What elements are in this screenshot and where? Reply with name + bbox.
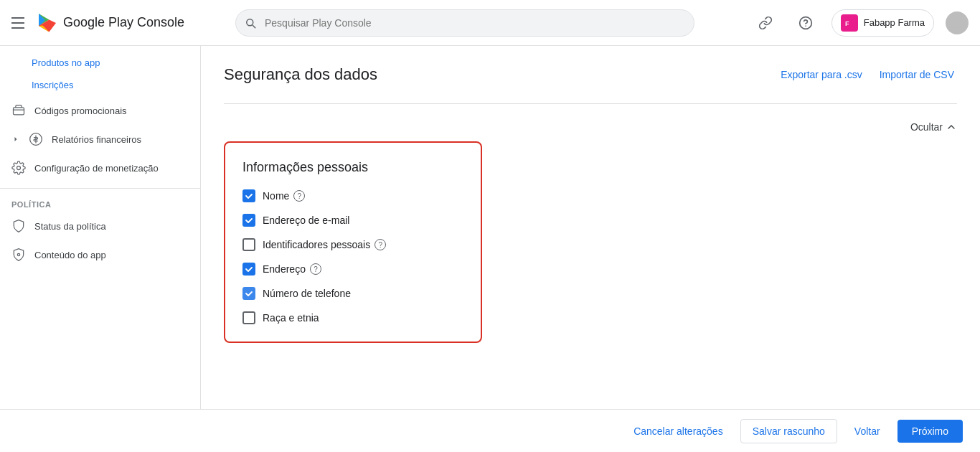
- bottom-bar: Cancelar alterações Salvar rascunho Volt…: [0, 409, 980, 452]
- sidebar-item-configuracao-monetizacao[interactable]: Configuração de monetização: [0, 154, 194, 182]
- label-email: Endereço de e-mail: [263, 215, 349, 226]
- logo: Google Play Console: [36, 11, 184, 34]
- search-icon: [244, 17, 257, 29]
- content-header: Segurança dos dados Exportar para .csv I…: [224, 63, 957, 86]
- checkbox-row-telefone: Número de telefone: [242, 287, 463, 300]
- app-logo: F: [841, 14, 858, 32]
- checkbox-row-raca-etnia: Raça e etnia: [242, 311, 463, 324]
- checkbox-row-identificadores: Identificadores pessoais ?: [242, 238, 463, 251]
- checkbox-raca-etnia[interactable]: [242, 311, 255, 324]
- help-icon: [798, 16, 813, 30]
- export-button[interactable]: Exportar para .csv: [778, 63, 865, 86]
- checkbox-telefone[interactable]: [242, 287, 255, 300]
- page-title: Segurança dos dados: [224, 65, 377, 84]
- card-title: Informações pessoais: [242, 160, 463, 175]
- sidebar-item-conteudo-do-app[interactable]: Conteúdo do app: [0, 240, 194, 269]
- ocultar-button[interactable]: Ocultar: [910, 121, 957, 133]
- gear-icon: [11, 161, 26, 175]
- header-actions: Exportar para .csv Importar de CSV: [778, 63, 957, 86]
- shield-icon: [11, 219, 26, 233]
- informacoes-pessoais-card: Informações pessoais Nome ? Endereço de …: [224, 141, 482, 343]
- shield-alt-icon: [11, 248, 26, 262]
- help-nome-icon[interactable]: ?: [293, 190, 305, 202]
- svg-point-9: [17, 253, 19, 255]
- svg-text:F: F: [845, 20, 849, 27]
- checkbox-row-nome: Nome ?: [242, 189, 463, 202]
- play-store-icon: [36, 11, 59, 34]
- tag-icon: [11, 103, 26, 118]
- sidebar-item-codigos-promocionais[interactable]: Códigos promocionais: [0, 96, 194, 125]
- link-icon-button[interactable]: [751, 9, 780, 37]
- help-icon-button[interactable]: [791, 9, 820, 37]
- sidebar-divider: [0, 188, 200, 189]
- checkbox-row-email: Endereço de e-mail: [242, 214, 463, 227]
- avatar[interactable]: [946, 11, 969, 34]
- hamburger-button[interactable]: [11, 14, 29, 32]
- sidebar: Produtos no app Inscrições Códigos promo…: [0, 46, 201, 409]
- svg-point-1: [805, 25, 806, 26]
- search-bar: [235, 9, 694, 37]
- next-button[interactable]: Próximo: [897, 420, 963, 443]
- link-icon: [758, 16, 773, 30]
- svg-point-8: [17, 166, 21, 170]
- topbar-left: Google Play Console: [11, 11, 227, 34]
- sidebar-item-status-da-politica[interactable]: Status da política: [0, 212, 194, 240]
- help-identificadores-icon[interactable]: ?: [374, 239, 386, 250]
- checkbox-email[interactable]: [242, 214, 255, 227]
- chevron-up-icon: [946, 121, 957, 133]
- app-title: Google Play Console: [63, 15, 184, 30]
- sidebar-item-produtos-no-app[interactable]: Produtos no app: [0, 52, 194, 74]
- main-layout: Produtos no app Inscrições Códigos promo…: [0, 46, 980, 409]
- checkbox-identificadores[interactable]: [242, 238, 255, 251]
- checkbox-row-endereco: Endereço ?: [242, 263, 463, 276]
- dollar-icon: [29, 132, 43, 146]
- topbar-right: F Fabapp Farma: [751, 9, 969, 37]
- label-endereco: Endereço ?: [263, 263, 321, 275]
- label-nome: Nome ?: [263, 190, 305, 202]
- checkbox-nome[interactable]: [242, 189, 255, 202]
- back-button[interactable]: Voltar: [843, 420, 892, 443]
- sidebar-section-politica: Política: [0, 194, 200, 212]
- svg-rect-5: [14, 108, 24, 115]
- section-controls: Ocultar: [224, 121, 957, 133]
- cancel-button[interactable]: Cancelar alterações: [622, 420, 735, 443]
- sidebar-item-inscricoes[interactable]: Inscrições: [0, 74, 194, 96]
- expand-icon: [11, 135, 20, 143]
- topbar: Google Play Console F: [0, 0, 980, 46]
- help-endereco-icon[interactable]: ?: [310, 263, 321, 275]
- sidebar-item-relatorios-financeiros[interactable]: Relatórios financeiros: [0, 125, 194, 154]
- import-button[interactable]: Importar de CSV: [877, 63, 957, 86]
- content-area: Segurança dos dados Exportar para .csv I…: [201, 46, 980, 409]
- label-identificadores: Identificadores pessoais ?: [263, 239, 386, 250]
- user-name: Fabapp Farma: [864, 17, 925, 28]
- user-chip[interactable]: F Fabapp Farma: [831, 9, 934, 37]
- checkbox-endereco[interactable]: [242, 263, 255, 276]
- header-divider: [224, 103, 957, 104]
- label-telefone: Número de telefone: [263, 288, 351, 299]
- search-input[interactable]: [235, 9, 694, 37]
- label-raca-etnia: Raça e etnia: [263, 312, 319, 324]
- svg-point-4: [955, 18, 960, 23]
- save-draft-button[interactable]: Salvar rascunho: [740, 419, 837, 443]
